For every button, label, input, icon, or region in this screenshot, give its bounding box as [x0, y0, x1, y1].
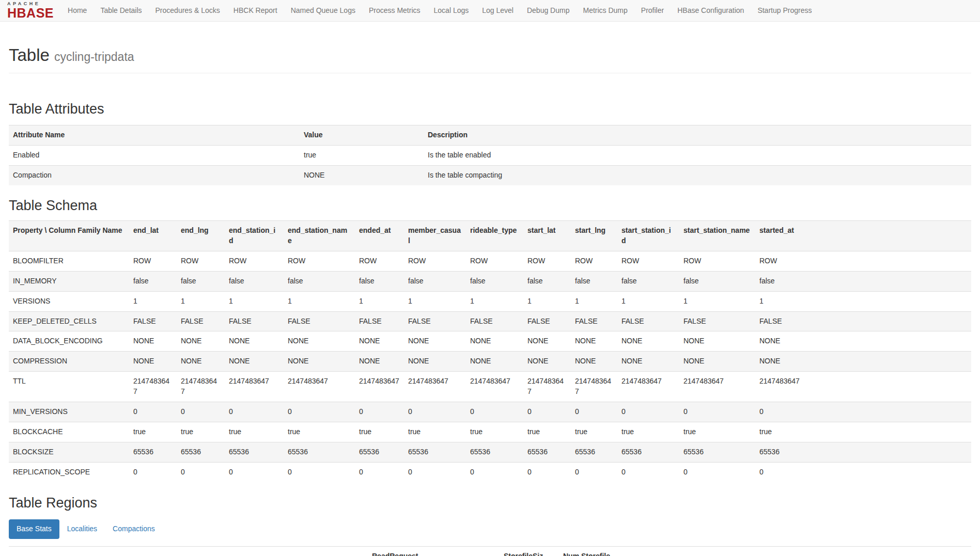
schema-value-cell: ROW	[679, 251, 755, 271]
schema-value-cell: 1	[466, 291, 523, 311]
attribute-cell: Compaction	[9, 165, 300, 185]
nav-item-local-logs[interactable]: Local Logs	[427, 0, 476, 21]
nav-item-hbck-report[interactable]: HBCK Report	[227, 0, 284, 21]
schema-property-cell: VERSIONS	[9, 291, 129, 311]
regions-column-header-region-server[interactable]: Region Server	[177, 546, 368, 556]
nav-item-named-queue-logs[interactable]: Named Queue Logs	[284, 0, 362, 21]
regions-column-header-storefilesize-61-mb[interactable]: StorefileSize (61 MB)	[500, 546, 559, 556]
schema-value-cell: false	[129, 271, 177, 291]
schema-value-cell: false	[571, 271, 617, 291]
schema-property-cell: BLOCKCACHE	[9, 422, 129, 442]
regions-column-header-name-1[interactable]: Name(1)	[9, 546, 177, 556]
table-row: REPLICATION_SCOPE000000000000	[9, 462, 971, 482]
schema-value-cell: NONE	[679, 331, 755, 352]
schema-value-cell: ROW	[617, 251, 679, 271]
regions-column-header-memsize-0-mb[interactable]: MemSize (0 MB)	[624, 546, 671, 556]
regions-column-label: StorefileSize (61 MB)	[504, 552, 543, 556]
nav-item-metrics-dump[interactable]: Metrics Dump	[576, 0, 634, 21]
schema-value-cell: false	[355, 271, 404, 291]
regions-column-header-end-key[interactable]: End Key	[714, 546, 752, 556]
schema-value-cell: 0	[617, 402, 679, 422]
schema-value-cell: 2147483647	[523, 372, 571, 402]
tab-localities[interactable]: Localities	[59, 519, 105, 539]
schema-value-cell: 65536	[404, 442, 466, 462]
schema-value-cell: FALSE	[355, 311, 404, 331]
nav-item-process-metrics[interactable]: Process Metrics	[362, 0, 427, 21]
schema-value-cell: 0	[523, 462, 571, 482]
schema-value-cell: false	[617, 271, 679, 291]
schema-value-cell: true	[284, 422, 355, 442]
schema-value-cell: true	[617, 422, 679, 442]
schema-value-cell: NONE	[284, 331, 355, 352]
schema-value-cell: NONE	[571, 331, 617, 352]
tab-compactions[interactable]: Compactions	[105, 519, 163, 539]
schema-value-cell: NONE	[355, 331, 404, 352]
schema-value-cell: 0	[404, 462, 466, 482]
attributes-header-row: Attribute NameValueDescription	[9, 125, 971, 146]
attributes-table: Attribute NameValueDescription Enabledtr…	[9, 125, 971, 185]
attribute-cell: Enabled	[9, 146, 300, 166]
schema-value-cell: NONE	[617, 331, 679, 352]
schema-property-cell: REPLICATION_SCOPE	[9, 462, 129, 482]
schema-value-cell: 0	[466, 462, 523, 482]
schema-value-cell: FALSE	[177, 311, 225, 331]
schema-property-cell: IN_MEMORY	[9, 271, 129, 291]
nav-item-debug-dump[interactable]: Debug Dump	[520, 0, 577, 21]
nav-item-home[interactable]: Home	[61, 0, 94, 21]
schema-value-cell: FALSE	[755, 311, 971, 331]
schema-column-header-rideable-type: rideable_type	[466, 221, 523, 251]
regions-column-header-region-state[interactable]: Region State	[752, 546, 971, 556]
nav-item-log-level[interactable]: Log Level	[475, 0, 520, 21]
nav-item-table-details[interactable]: Table Details	[94, 0, 148, 21]
schema-value-cell: NONE	[177, 352, 225, 372]
table-row: VERSIONS111111111111	[9, 291, 971, 311]
schema-value-cell: NONE	[225, 331, 284, 352]
regions-column-header-num-storefiles-12[interactable]: Num.Storefiles (12)	[559, 546, 624, 556]
attribute-cell: true	[300, 146, 424, 166]
schema-value-cell: 1	[617, 291, 679, 311]
schema-value-cell: false	[466, 271, 523, 291]
schema-corner-header: Property \ Column Family Name	[9, 221, 129, 251]
schema-value-cell: 1	[129, 291, 177, 311]
nav-item-procedures-locks[interactable]: Procedures & Locks	[149, 0, 227, 21]
tab-base-stats[interactable]: Base Stats	[9, 519, 59, 539]
nav-item-profiler[interactable]: Profiler	[634, 0, 671, 21]
schema-value-cell: NONE	[177, 331, 225, 352]
schema-value-cell: ROW	[755, 251, 971, 271]
table-row: BLOOMFILTERROWROWROWROWROWROWROWROWROWRO…	[9, 251, 971, 271]
regions-column-header-readrequests-0[interactable]: ReadRequests (0)	[368, 546, 432, 556]
page-title-text: Table	[9, 45, 50, 65]
schema-value-cell: NONE	[404, 331, 466, 352]
schema-value-cell: 65536	[466, 442, 523, 462]
schema-value-cell: 65536	[523, 442, 571, 462]
schema-value-cell: 65536	[755, 442, 971, 462]
schema-value-cell: 0	[284, 402, 355, 422]
schema-value-cell: 2147483647	[755, 372, 971, 402]
table-name: cycling-tripdata	[54, 50, 134, 63]
nav-item-startup-progress[interactable]: Startup Progress	[751, 0, 818, 21]
regions-column-label: ReadRequests (0)	[372, 552, 418, 556]
schema-value-cell: 0	[177, 462, 225, 482]
table-row: COMPRESSIONNONENONENONENONENONENONENONEN…	[9, 352, 971, 372]
page-content: Tablecycling-tripdata Table Attributes A…	[0, 43, 980, 556]
schema-property-cell: KEEP_DELETED_CELLS	[9, 311, 129, 331]
schema-value-cell: NONE	[755, 352, 971, 372]
schema-table: Property \ Column Family Nameend_latend_…	[9, 220, 971, 482]
schema-column-header-start-station-name: start_station_name	[679, 221, 755, 251]
schema-value-cell: 2147483647	[129, 372, 177, 402]
schema-value-cell: 0	[225, 462, 284, 482]
schema-value-cell: 0	[679, 402, 755, 422]
hbase-logo[interactable]: APACHE HBASE	[3, 1, 61, 21]
schema-value-cell: 0	[466, 402, 523, 422]
schema-value-cell: 2147483647	[284, 372, 355, 402]
schema-value-cell: 2147483647	[617, 372, 679, 402]
schema-column-header-start-lng: start_lng	[571, 221, 617, 251]
regions-column-header-writerequests-1[interactable]: WriteRequests (1)	[432, 546, 500, 556]
schema-value-cell: 2147483647	[225, 372, 284, 402]
regions-column-header-start-key[interactable]: Start Key	[671, 546, 714, 556]
schema-value-cell: NONE	[679, 352, 755, 372]
schema-value-cell: true	[755, 422, 971, 442]
schema-column-header-start-lat: start_lat	[523, 221, 571, 251]
schema-value-cell: ROW	[284, 251, 355, 271]
nav-item-hbase-configuration[interactable]: HBase Configuration	[671, 0, 751, 21]
